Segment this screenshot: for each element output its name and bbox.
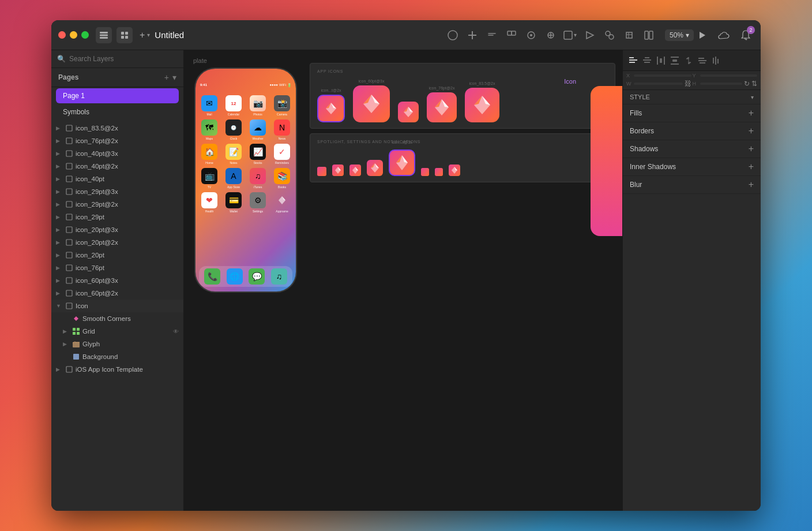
layer-icon-40[interactable]: ▶ icon_40pt (51, 173, 183, 185)
eye-icon[interactable]: 👁 (173, 328, 179, 335)
icon-item-76-2x: icon_76pt@2x (427, 86, 457, 122)
inner-shadows-add-button[interactable]: + (749, 162, 754, 172)
artboard-icon (65, 302, 73, 310)
alignment-toolbar (623, 50, 761, 71)
shadows-section: Shadows + (623, 140, 761, 158)
fox-icon-small-last[interactable] (449, 164, 460, 176)
w-value[interactable] (634, 83, 683, 85)
fills-header: Fills + (630, 108, 754, 118)
h-value[interactable] (700, 83, 743, 85)
layer-icon-40-2x[interactable]: ▶ icon_40pt@2x (51, 160, 183, 173)
title-bar: + ▾ Untitled (51, 20, 761, 50)
symbols-page-item[interactable]: Symbols (51, 104, 183, 119)
y-value[interactable] (700, 74, 758, 77)
layer-label: icon_20pt@3x (76, 226, 179, 233)
toolbar-icon-8[interactable] (583, 28, 597, 42)
rotate-icon[interactable]: ↻ (744, 80, 750, 88)
close-button[interactable] (58, 31, 66, 39)
alignment-icons (627, 55, 722, 66)
app-icons-row: icon...t@2x icon_60pt@3x (317, 79, 608, 122)
distribute-h-icon[interactable] (655, 55, 667, 66)
minimize-button[interactable] (70, 31, 77, 39)
zoom-control[interactable]: 50% ▾ (665, 29, 694, 41)
style-chevron-icon[interactable]: ▾ (751, 94, 754, 100)
fox-icon-tiny-2[interactable] (421, 168, 429, 176)
link-icon[interactable]: ⛓ (685, 80, 691, 88)
fox-icon-60-3x-spotlight[interactable] (389, 149, 415, 176)
toolbar-icon-9[interactable] (603, 28, 616, 42)
fox-icon-40[interactable] (398, 102, 419, 122)
layer-icon-29-2x[interactable]: ▶ icon_29pt@2x (51, 198, 183, 211)
toolbar-icon-5[interactable] (524, 28, 538, 42)
layer-icon-20[interactable]: ▶ icon_20pt (51, 249, 183, 261)
toolbar-icon-4[interactable] (505, 28, 518, 42)
fox-icon-60-2x[interactable] (317, 95, 345, 122)
pages-chevron-icon[interactable]: ▾ (172, 73, 176, 82)
blur-add-button[interactable]: + (749, 180, 754, 190)
grid-view-button[interactable] (116, 27, 133, 43)
layer-icon-20-2x[interactable]: ▶ icon_20pt@2x (51, 236, 183, 249)
fox-icon-40-spotlight[interactable] (367, 160, 383, 176)
fox-icon-tiny-3[interactable] (435, 168, 443, 176)
distribute-v-icon[interactable] (669, 55, 681, 66)
artboard-icon (65, 162, 73, 170)
phone-app-wallet: 💳 (225, 192, 242, 208)
layer-smooth-corners[interactable]: ▶ Smooth Corners (51, 312, 183, 325)
svg-rect-38 (73, 332, 76, 335)
toolbar-icon-11[interactable] (642, 28, 656, 42)
layer-glyph[interactable]: ▶ Glyph (51, 338, 183, 350)
layer-icon-29[interactable]: ▶ icon_29pt (51, 211, 183, 223)
align-bottom-icon[interactable] (710, 55, 722, 66)
icon-item-60-2x: icon...t@2x (317, 88, 345, 122)
icon-item-small-last (449, 164, 460, 176)
toolbar-icon-3[interactable] (485, 28, 499, 42)
layers-view-button[interactable] (96, 27, 112, 43)
align-center-icon[interactable] (641, 55, 653, 66)
cloud-button[interactable] (716, 27, 732, 43)
add-page-button[interactable]: + (164, 73, 169, 82)
layer-label: icon_29pt@3x (76, 188, 179, 195)
toolbar-icon-1[interactable] (446, 28, 460, 42)
layer-icon-76[interactable]: ▶ icon_76pt (51, 261, 183, 274)
search-input[interactable] (69, 55, 178, 63)
layer-icon-40-3x[interactable]: ▶ icon_40pt@3x (51, 147, 183, 160)
layer-ios-template[interactable]: ▶ iOS App Icon Template (51, 363, 183, 376)
layer-background[interactable]: ▶ Background (51, 350, 183, 363)
shadows-add-button[interactable]: + (749, 144, 754, 154)
toolbar-icon-7[interactable]: ▾ (563, 28, 577, 42)
fills-add-button[interactable]: + (749, 108, 754, 118)
fox-icon-83-2x[interactable] (465, 88, 499, 122)
layer-icon-83[interactable]: ▶ icon_83.5@2x (51, 122, 183, 134)
layer-icon-20-3x[interactable]: ▶ icon_20pt@3x (51, 223, 183, 236)
layer-icon-60-3x[interactable]: ▶ icon_60pt@3x (51, 274, 183, 287)
flip-v-icon[interactable]: ⇅ (751, 80, 757, 88)
toolbar-icon-6[interactable] (544, 28, 558, 42)
svg-rect-40 (73, 342, 80, 347)
shadows-header: Shadows + (630, 144, 754, 154)
layer-icon-group[interactable]: ▼ Icon (51, 300, 183, 312)
layer-label: icon_20pt@2x (76, 239, 179, 246)
flip-h-icon[interactable] (683, 55, 694, 66)
layer-icon-29-3x[interactable]: ▶ icon_29pt@3x (51, 185, 183, 198)
page-1-item[interactable]: Page 1 (56, 88, 179, 103)
layer-grid[interactable]: ▶ Grid 👁 (51, 325, 183, 338)
add-button[interactable]: + ▾ (140, 30, 150, 40)
align-left-icon[interactable] (627, 55, 639, 66)
notification-button[interactable]: 2 (738, 27, 754, 43)
svg-rect-36 (73, 328, 76, 331)
toolbar-icon-2[interactable] (465, 28, 479, 42)
traffic-lights (58, 31, 89, 39)
layer-icon-76-2x[interactable]: ▶ icon_76pt@2x (51, 134, 183, 147)
fox-icon-small-1[interactable] (332, 164, 344, 176)
fox-icon-60-3x[interactable] (353, 85, 390, 122)
maximize-button[interactable] (81, 31, 89, 39)
fox-icon-76-2x[interactable] (427, 92, 457, 122)
layer-icon-60-2x[interactable]: ▶ icon_60pt@2x (51, 287, 183, 300)
fox-icon-tiny-1[interactable] (317, 167, 326, 176)
borders-add-button[interactable]: + (749, 126, 754, 136)
align-right-icon[interactable] (697, 55, 708, 66)
x-value[interactable] (634, 74, 691, 77)
toolbar-icon-10[interactable] (622, 28, 636, 42)
fox-icon-small-2[interactable] (349, 164, 361, 176)
play-button[interactable] (694, 27, 710, 43)
